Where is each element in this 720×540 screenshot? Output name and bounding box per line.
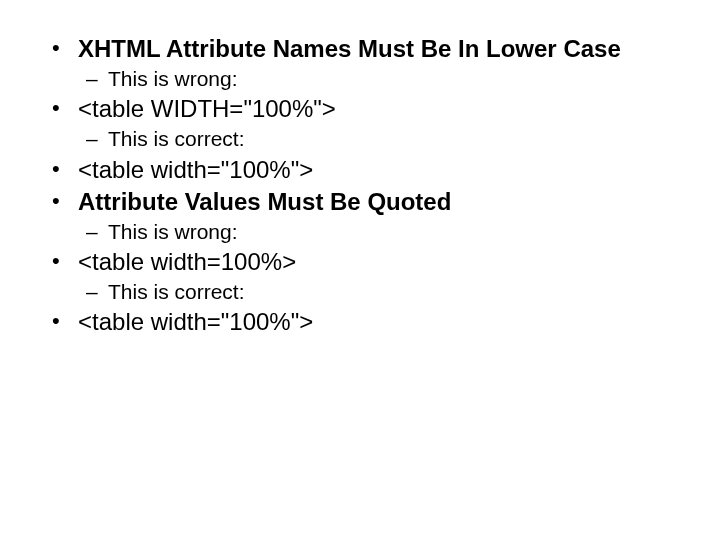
sub-bullet-item: This is wrong: [78,219,674,245]
bullet-text: XHTML Attribute Names Must Be In Lower C… [78,35,621,62]
bullet-list: XHTML Attribute Names Must Be In Lower C… [46,34,674,337]
sub-bullet-list: This is wrong: [78,66,674,92]
sub-bullet-list: This is wrong: [78,219,674,245]
bullet-item: <table width="100%"> [46,307,674,337]
bullet-text: Attribute Values Must Be Quoted [78,188,451,215]
sub-bullet-list: This is correct: [78,279,674,305]
sub-bullet-text: This is wrong: [108,220,238,243]
bullet-text: <table width="100%"> [78,308,313,335]
sub-bullet-text: This is correct: [108,280,245,303]
bullet-item: <table WIDTH="100%"> This is correct: [46,94,674,152]
sub-bullet-item: This is correct: [78,279,674,305]
bullet-item: Attribute Values Must Be Quoted This is … [46,187,674,245]
sub-bullet-item: This is correct: [78,126,674,152]
bullet-text: <table width="100%"> [78,156,313,183]
sub-bullet-text: This is correct: [108,127,245,150]
bullet-item: XHTML Attribute Names Must Be In Lower C… [46,34,674,92]
slide-body: XHTML Attribute Names Must Be In Lower C… [0,0,720,369]
bullet-item: <table width=100%> This is correct: [46,247,674,305]
bullet-item: <table width="100%"> [46,155,674,185]
bullet-text: <table width=100%> [78,248,296,275]
bullet-text: <table WIDTH="100%"> [78,95,336,122]
sub-bullet-text: This is wrong: [108,67,238,90]
sub-bullet-item: This is wrong: [78,66,674,92]
sub-bullet-list: This is correct: [78,126,674,152]
